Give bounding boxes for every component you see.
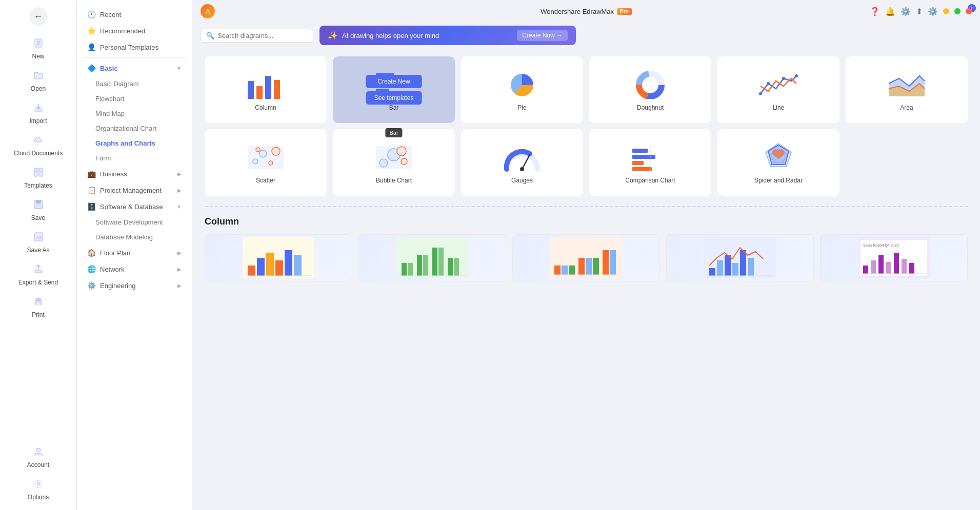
sidebar-sub-dbmodeling[interactable]: Database Modeling	[77, 230, 192, 244]
sidebar-item-export[interactable]: Export & Send	[0, 259, 76, 291]
back-button[interactable]: ←	[29, 7, 48, 26]
titlebar: Wondershare EdrawMax Pro ❓ 🔔 ⚙️ ⬆ ⚙️ A	[192, 0, 980, 23]
svg-rect-87	[569, 266, 575, 275]
sidebar-item-personal[interactable]: 👤 Personal Templates	[77, 39, 192, 55]
sidebar-item-print[interactable]: Print	[0, 291, 76, 323]
svg-rect-7	[39, 168, 43, 172]
svg-point-49	[401, 158, 407, 165]
sidebar-sub-swdev[interactable]: Software Development	[77, 215, 192, 230]
sidebar-sub-basic-diagram[interactable]: Basic Diagram	[77, 76, 192, 91]
personal-icon: 👤	[87, 43, 96, 51]
sidebar-item-softwaredb[interactable]: 🗄️ Software & Database ▼	[77, 198, 192, 215]
doughnut-label: Doughnut	[637, 104, 664, 111]
sidebar-item-import[interactable]: Import	[0, 97, 76, 130]
create-new-button[interactable]: Create New	[366, 75, 422, 88]
bell-icon[interactable]: 🔔	[885, 7, 895, 16]
chart-card-area[interactable]: Area	[846, 56, 968, 123]
user-avatar[interactable]: A	[201, 4, 215, 18]
engineering-label: Engineering	[100, 282, 135, 290]
create-now-button[interactable]: Create Now →	[517, 30, 568, 41]
svg-rect-67	[248, 266, 255, 276]
chart-card-pie[interactable]: Pie	[461, 56, 583, 123]
line-label: Line	[773, 104, 785, 111]
column-label: Column	[255, 104, 276, 111]
svg-rect-98	[732, 263, 738, 276]
scatter-label: Scatter	[256, 177, 275, 184]
recommended-label: Recommended	[100, 27, 145, 35]
sidebar-sub-orgchart[interactable]: Organizational Chart	[77, 121, 192, 136]
orgchart-label: Organizational Chart	[95, 125, 156, 132]
sidebar-item-save[interactable]: Save	[0, 194, 76, 227]
back-button-area: ←	[0, 0, 76, 33]
template-card-3[interactable]	[512, 234, 660, 281]
sidebar-item-recent[interactable]: 🕐 Recent	[77, 6, 192, 23]
search-box: 🔍	[201, 29, 313, 43]
share-icon[interactable]: ⬆	[916, 7, 923, 16]
account-label: Account	[27, 461, 49, 468]
help-icon[interactable]: ❓	[870, 7, 880, 16]
chart-card-bar[interactable]: Bar Create New See templates Bar	[333, 56, 455, 123]
section-title: Column	[205, 216, 968, 227]
chart-card-bubble[interactable]: Bubble Chart	[333, 129, 455, 196]
basic-diagram-label: Basic Diagram	[95, 80, 139, 88]
sidebar-item-options[interactable]: Options	[0, 474, 76, 506]
chart-card-spider[interactable]: Spider and Radar	[717, 129, 839, 196]
chart-card-comparison[interactable]: Comparison Chart	[589, 129, 711, 196]
maximize-button[interactable]	[954, 8, 961, 14]
sidebar-sub-form[interactable]: Form	[77, 151, 192, 166]
svg-rect-110	[902, 259, 907, 274]
see-templates-button[interactable]: See templates	[366, 91, 422, 105]
sidebar-item-business[interactable]: 💼 Business ▶	[77, 166, 192, 182]
sidebar-wide: 🕐 Recent ⭐ Recommended 👤 Personal Templa…	[77, 0, 192, 510]
line-thumbnail	[758, 68, 799, 99]
sidebar-item-saveas[interactable]: AS Save As	[0, 227, 76, 259]
svg-rect-9	[39, 173, 43, 176]
sidebar-sub-graphs[interactable]: Graphs and Charts	[77, 136, 192, 151]
svg-rect-72	[294, 255, 302, 276]
sidebar-item-cloud[interactable]: Cloud Documents	[0, 130, 76, 162]
pie-thumbnail	[502, 68, 543, 99]
floorplan-label: Floor Plan	[100, 249, 130, 257]
chart-type-grid: Column Bar Create New See templates	[205, 56, 968, 196]
svg-rect-75	[402, 263, 407, 276]
chart-card-gauges[interactable]: Gauges	[461, 129, 583, 196]
template-card-2[interactable]	[358, 234, 506, 281]
ai-banner-text: AI drawing helps open your mind	[342, 32, 513, 39]
chart-card-column[interactable]: Column	[205, 56, 327, 123]
template-thumb-3	[513, 235, 659, 281]
chart-card-doughnut[interactable]: Doughnut	[589, 56, 711, 123]
prefs-icon[interactable]: ⚙️	[928, 7, 938, 16]
template-card-4[interactable]	[666, 234, 814, 281]
sidebar-item-network[interactable]: 🌐 Network ▶	[77, 261, 192, 277]
minimize-button[interactable]	[943, 8, 949, 14]
mindmap-label: Mind Map	[95, 110, 125, 117]
svg-point-38	[782, 77, 785, 80]
settings-icon[interactable]: ⚙️	[901, 7, 911, 16]
template-card-1[interactable]	[205, 234, 352, 281]
search-input[interactable]	[217, 32, 308, 39]
engineering-chevron: ▶	[177, 283, 182, 289]
sidebar-item-recommended[interactable]: ⭐ Recommended	[77, 23, 192, 39]
svg-rect-70	[275, 260, 283, 276]
close-button[interactable]	[966, 8, 972, 14]
sidebar-item-floorplan[interactable]: 🏠 Floor Plan ▶	[77, 244, 192, 261]
sidebar-item-templates[interactable]: Templates	[0, 162, 76, 194]
sidebar-item-engineering[interactable]: ⚙️ Engineering ▶	[77, 277, 192, 294]
template-card-5[interactable]: Sales Report Q4 2023	[820, 234, 968, 281]
chart-card-line[interactable]: Line	[717, 56, 839, 123]
sidebar-item-open[interactable]: Open	[0, 65, 76, 97]
window-controls: ❓ 🔔 ⚙️ ⬆ ⚙️	[870, 7, 972, 16]
svg-rect-86	[562, 266, 568, 275]
sidebar-item-projectmgmt[interactable]: 📋 Project Management ▶	[77, 182, 192, 198]
sidebar-sub-mindmap[interactable]: Mind Map	[77, 106, 192, 121]
toolbar: 🔍 ✨ AI drawing helps open your mind Crea…	[192, 23, 980, 48]
print-icon	[33, 296, 44, 309]
svg-rect-78	[423, 255, 428, 276]
templates-label: Templates	[24, 182, 52, 189]
sidebar-sub-flowchart[interactable]: Flowchart	[77, 91, 192, 106]
sidebar-item-account[interactable]: Account	[0, 441, 76, 474]
sidebar-item-new[interactable]: New +	[0, 33, 76, 65]
bar-tooltip: Bar	[385, 128, 402, 137]
chart-card-scatter[interactable]: Scatter	[205, 129, 327, 196]
sidebar-item-basic[interactable]: 🔷 Basic ▼	[77, 60, 192, 76]
